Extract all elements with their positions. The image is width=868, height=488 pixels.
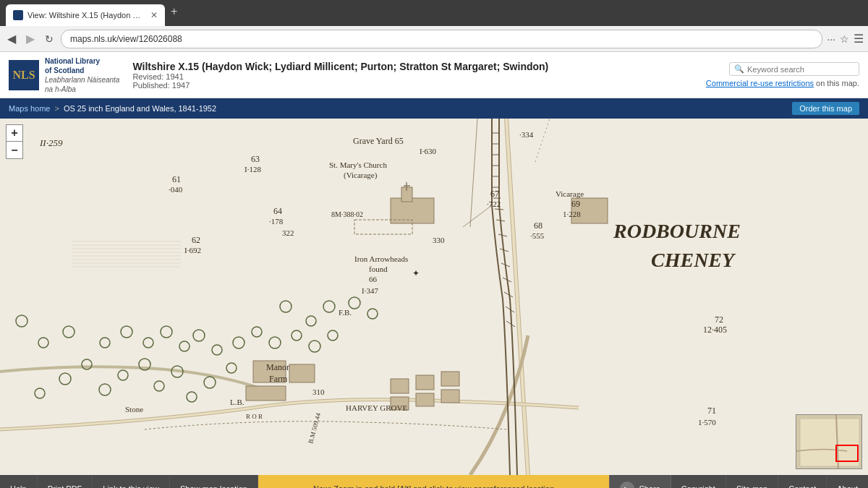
breadcrumb: Maps home > OS 25 inch England and Wales… [9, 104, 216, 113]
svg-text:1·570: 1·570 [698, 418, 716, 427]
header-right: 🔍 Commercial re-use restrictions on this… [706, 62, 859, 87]
svg-text:II·259: II·259 [39, 137, 63, 148]
browser-address-bar: ◀ ▶ ↻ maps.nls.uk/view/126026088 ··· ☆ ☰ [0, 26, 868, 52]
commercial-link[interactable]: Commercial re-use restrictions [706, 79, 814, 87]
svg-text:Stone: Stone [125, 405, 143, 414]
svg-text:L.B.: L.B. [230, 398, 244, 406]
show-map-location-button[interactable]: Show map location [170, 475, 258, 488]
tab-title: View: Wiltshire X.15 (Haydon W... [27, 11, 146, 20]
map-published: Published: 1947 [132, 81, 698, 90]
site-header: NLS National Library of Scotland Leabhar… [0, 52, 868, 98]
minimap-svg [796, 415, 862, 469]
nls-emblem: NLS [13, 64, 35, 86]
tab-favicon [13, 10, 23, 20]
back-button[interactable]: ◀ [4, 32, 19, 46]
keyword-search-wrapper[interactable]: 🔍 [729, 62, 859, 76]
svg-text:I·692: I·692 [184, 246, 201, 254]
map-area[interactable]: II·259 61 ·040 62 I·692 63 I·128 64 ·178… [0, 119, 868, 475]
search-icon: 🔍 [734, 64, 744, 74]
svg-text:found: found [369, 265, 388, 273]
svg-text:Grave Yard  65: Grave Yard 65 [353, 136, 404, 146]
tab-close-icon[interactable]: ✕ [150, 10, 158, 20]
svg-text:HARVEY GROVE: HARVEY GROVE [346, 403, 407, 412]
zoom-notice: New: Zoom in and hold [Alt] and click to… [258, 475, 610, 488]
site-map-button[interactable]: Site map [726, 475, 778, 488]
svg-text:·178: ·178 [269, 217, 284, 226]
svg-rect-8 [289, 364, 315, 382]
svg-text:1·228: 1·228 [563, 210, 581, 218]
footer: Help Print PDF Link to this view Show ma… [0, 475, 868, 488]
svg-rect-14 [416, 393, 434, 406]
copyright-button[interactable]: Copyright [671, 475, 726, 488]
svg-text:66: 66 [369, 275, 378, 283]
svg-rect-119 [800, 419, 859, 466]
svg-text:·555: ·555 [530, 231, 545, 240]
about-button[interactable]: About [827, 475, 868, 488]
map-revised: Revised: 1941 [132, 72, 698, 81]
svg-rect-10 [391, 379, 409, 393]
breadcrumb-bar: Maps home > OS 25 inch England and Wales… [0, 98, 868, 119]
svg-text:71: 71 [707, 406, 716, 416]
svg-text:·040: ·040 [169, 185, 183, 194]
link-to-view-button[interactable]: Link to this view [93, 475, 170, 488]
reload-button[interactable]: ↻ [42, 33, 56, 45]
url-text: maps.nls.uk/view/126026088 [70, 34, 182, 44]
breadcrumb-section: OS 25 inch England and Wales, 1841-1952 [64, 104, 216, 113]
svg-text:CHENEY: CHENEY [651, 249, 736, 271]
breadcrumb-separator: > [54, 104, 59, 113]
nls-logo-icon: NLS [9, 60, 39, 90]
svg-text:✦: ✦ [412, 268, 420, 278]
help-button[interactable]: Help [0, 475, 38, 488]
svg-text:72: 72 [715, 314, 723, 325]
keyword-search-input[interactable] [747, 65, 848, 74]
svg-text:68: 68 [534, 221, 542, 231]
svg-text:12·405: 12·405 [703, 325, 727, 335]
new-tab-btn[interactable]: + [165, 5, 183, 18]
svg-text:67: 67 [490, 189, 499, 199]
bookmark-button[interactable]: ☆ [840, 33, 849, 45]
svg-rect-11 [416, 375, 434, 390]
svg-text:330: 330 [433, 236, 445, 244]
svg-text:Manor: Manor [266, 362, 289, 372]
svg-rect-15 [441, 390, 459, 403]
print-pdf-button[interactable]: Print PDF [38, 475, 93, 488]
zoom-controls: + − [6, 124, 23, 159]
svg-text:69: 69 [571, 199, 580, 209]
commercial-suffix: on this map. [816, 79, 859, 87]
svg-text:Vicarage: Vicarage [556, 189, 584, 198]
svg-text:63: 63 [251, 154, 260, 164]
nls-logo-text: National Library of Scotland Leabharlann… [45, 56, 119, 94]
share-button[interactable]: ▶ Share [609, 475, 671, 488]
map-title-section: Wiltshire X.15 (Haydon Wick; Lydiard Mil… [127, 61, 698, 90]
share-label: Share [639, 484, 660, 488]
svg-text:·334: ·334 [519, 130, 534, 139]
svg-rect-12 [441, 372, 459, 386]
svg-text:62: 62 [192, 235, 200, 245]
svg-text:Farm: Farm [269, 374, 288, 384]
svg-text:61: 61 [172, 174, 181, 184]
svg-text:(Vicarage): (Vicarage) [344, 171, 378, 180]
svg-text:·722: ·722 [487, 200, 501, 208]
maps-home-link[interactable]: Maps home [9, 104, 50, 113]
contact-button[interactable]: Contact [778, 475, 827, 488]
svg-text:F.B.: F.B. [339, 308, 352, 317]
extensions-button[interactable]: ··· [827, 33, 835, 45]
browser-tab-active[interactable]: View: Wiltshire X.15 (Haydon W... ✕ [6, 4, 165, 26]
svg-text:8M·388·02: 8M·388·02 [331, 210, 363, 218]
nls-logo[interactable]: NLS National Library of Scotland Leabhar… [9, 56, 119, 94]
svg-text:I·347: I·347 [362, 286, 378, 295]
browser-chrome: View: Wiltshire X.15 (Haydon W... ✕ + [0, 0, 868, 26]
url-bar[interactable]: maps.nls.uk/view/126026088 [61, 30, 822, 48]
map-background: II·259 61 ·040 62 I·692 63 I·128 64 ·178… [0, 119, 868, 475]
svg-text:R  O  R: R O R [246, 413, 263, 420]
commercial-notice: Commercial re-use restrictions on this m… [706, 79, 859, 87]
menu-button[interactable]: ☰ [854, 32, 864, 46]
zoom-out-button[interactable]: − [6, 142, 23, 159]
svg-text:I·630: I·630 [420, 147, 436, 155]
svg-text:St. Mary's Church: St. Mary's Church [329, 160, 387, 169]
order-map-button[interactable]: Order this map [792, 102, 859, 115]
share-icon: ▶ [620, 481, 634, 488]
zoom-in-button[interactable]: + [6, 124, 23, 142]
forward-button[interactable]: ▶ [23, 32, 38, 46]
svg-text:310: 310 [312, 388, 325, 396]
